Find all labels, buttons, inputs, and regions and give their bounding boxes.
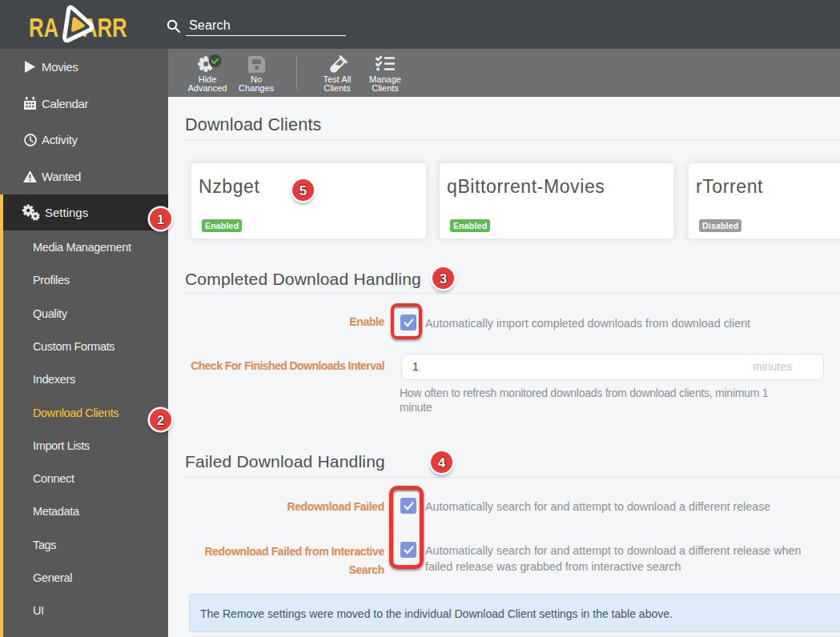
svg-text:1: 1 xyxy=(156,211,163,226)
svg-text:5: 5 xyxy=(299,182,307,198)
svg-text:2: 2 xyxy=(157,413,164,428)
svg-text:RA: RA xyxy=(29,13,58,42)
svg-text:3: 3 xyxy=(440,270,447,286)
svg-text:4: 4 xyxy=(438,455,446,470)
